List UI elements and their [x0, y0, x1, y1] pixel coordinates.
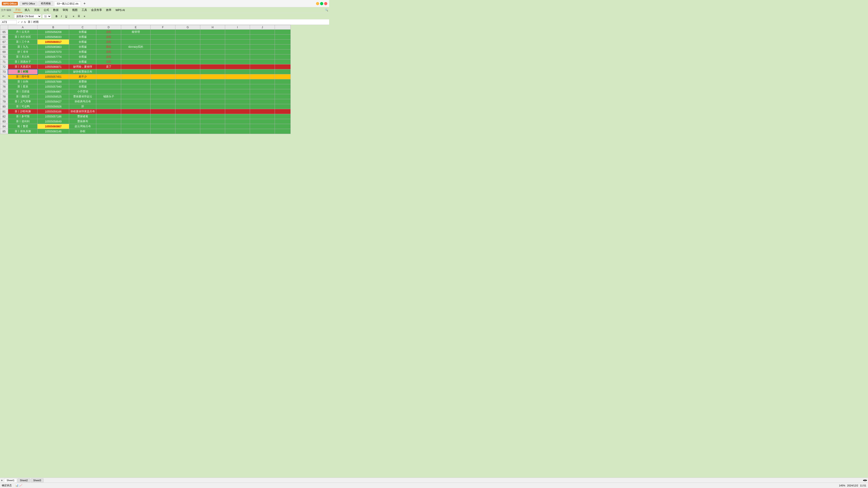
table-cell[interactable] — [250, 114, 275, 119]
table-cell[interactable]: 10555057186 — [37, 114, 69, 119]
undo-btn[interactable]: ↩ — [1, 14, 6, 18]
table-row[interactable]: 76茶丨星辰10555057940全图鉴 — [0, 84, 291, 89]
table-cell[interactable] — [96, 69, 121, 74]
table-cell[interactable]: 茶丨多可恨 — [8, 114, 37, 119]
table-cell[interactable] — [200, 35, 225, 39]
table-cell[interactable] — [96, 99, 121, 104]
table-cell[interactable] — [151, 94, 176, 99]
table-cell[interactable] — [250, 79, 275, 84]
table-cell[interactable]: 曹操诸葛 — [69, 114, 96, 119]
table-cell[interactable] — [121, 104, 151, 109]
cell-reference[interactable] — [1, 20, 17, 24]
table-cell[interactable]: 茶丨沙耶布旖 — [8, 109, 37, 114]
table-cell[interactable] — [200, 109, 225, 114]
table-cell[interactable] — [176, 119, 200, 124]
table-cell[interactable]: 10555059757 — [37, 69, 69, 74]
table-cell[interactable] — [225, 94, 250, 99]
table-cell[interactable] — [151, 114, 176, 119]
table-cell[interactable] — [151, 59, 176, 64]
formula-fx[interactable]: fx — [24, 21, 26, 24]
table-row[interactable]: 71茶丨清酒水子10555058121全图鉴点红 — [0, 59, 291, 64]
table-row[interactable]: 85茶丨摸鱼真菌10555060146孙权 — [0, 129, 291, 134]
table-row[interactable]: 69抄丨冷冷10555057070全图鉴点红 — [0, 50, 291, 55]
table-cell[interactable] — [176, 59, 200, 64]
table-cell[interactable] — [225, 39, 250, 44]
table-cell[interactable] — [200, 104, 225, 109]
table-cell[interactable]: 茶丨三个木 — [8, 39, 37, 44]
table-cell[interactable]: 10555066917 — [37, 39, 69, 44]
table-cell[interactable]: 10555058649 — [37, 119, 69, 124]
table-cell[interactable] — [250, 44, 275, 50]
table-cell[interactable]: 10555058033 — [37, 35, 69, 39]
table-cell[interactable] — [96, 129, 121, 134]
table-cell[interactable] — [225, 64, 250, 69]
table-row[interactable]: 77茶丨贝碧嘉10555064867小乔贾诩 — [0, 89, 291, 94]
table-cell[interactable]: 10555056926 — [37, 104, 69, 109]
table-cell[interactable] — [250, 59, 275, 64]
table-cell[interactable]: 10555060146 — [37, 129, 69, 134]
table-cell[interactable]: 差曹操 — [69, 79, 96, 84]
table-cell[interactable] — [176, 50, 200, 55]
table-cell[interactable]: 卖了 — [96, 64, 121, 69]
table-cell[interactable]: 10555057940 — [37, 84, 69, 89]
table-cell[interactable]: 点红 — [96, 59, 121, 64]
table-cell[interactable]: 全图鉴 — [69, 39, 96, 44]
table-cell[interactable] — [151, 104, 176, 109]
table-row[interactable]: 79茶丨义气用事10555058427孙权典韦吕布 — [0, 99, 291, 104]
table-cell[interactable]: dzcrazy买的 — [121, 44, 151, 50]
table-cell[interactable]: 肝 — [69, 104, 96, 109]
table-cell[interactable] — [121, 99, 151, 104]
table-cell[interactable]: 抄丨冷冷 — [8, 50, 37, 55]
table-row[interactable]: 84船丨繁星10555060867赵云周瑜吕布 — [0, 124, 291, 129]
table-cell[interactable] — [151, 35, 176, 39]
member-menu[interactable]: 会员专享 — [89, 8, 104, 12]
table-cell[interactable] — [121, 109, 151, 114]
table-cell[interactable] — [176, 114, 200, 119]
table-cell[interactable] — [121, 64, 151, 69]
col-header-a[interactable]: A — [8, 25, 37, 30]
table-cell[interactable] — [151, 129, 176, 134]
table-cell[interactable] — [250, 99, 275, 104]
table-cell[interactable] — [151, 50, 176, 55]
table-cell[interactable]: 点红 — [96, 55, 121, 59]
table-cell[interactable] — [96, 119, 121, 124]
view-menu[interactable]: 视图 — [70, 8, 79, 12]
table-cell[interactable] — [151, 99, 176, 104]
table-cell[interactable] — [200, 50, 225, 55]
table-cell[interactable]: 丹丨云无月 — [8, 30, 37, 35]
table-row[interactable]: 66茶丨吊打全区10555058033全图鉴点红 — [0, 35, 291, 39]
table-cell[interactable]: 10555058427 — [37, 99, 69, 104]
table-row[interactable]: 67茶丨三个木10555066917全图鉴点红 — [0, 39, 291, 44]
table-cell[interactable] — [200, 55, 225, 59]
formula-cancel[interactable]: ✗ — [21, 21, 23, 24]
table-cell[interactable]: 全图鉴 — [69, 59, 96, 64]
table-cell[interactable] — [200, 119, 225, 124]
table-cell[interactable] — [151, 119, 176, 124]
table-cell[interactable] — [225, 74, 250, 79]
table-cell[interactable]: 10555066871 — [37, 64, 69, 69]
table-row[interactable]: 81茶丨沙耶布旖10555059166孙权夏侯惇黄盖吕布 — [0, 109, 291, 114]
table-cell[interactable] — [250, 30, 275, 35]
table-cell[interactable]: 点红 — [96, 30, 121, 35]
table-cell[interactable]: 差不少 — [69, 74, 96, 79]
table-cell[interactable] — [121, 114, 151, 119]
table-cell[interactable]: 10555065863 — [37, 44, 69, 50]
tab-file[interactable]: S3一图入口登记.xls — [54, 1, 81, 6]
table-cell[interactable] — [121, 74, 151, 79]
search-btn[interactable]: 🔍 — [325, 8, 328, 11]
table-cell[interactable]: 茶丨摸鱼真菌 — [8, 129, 37, 134]
table-cell[interactable] — [225, 109, 250, 114]
table-cell[interactable]: 曹操夏侯惇赵云 — [69, 94, 96, 99]
col-header-g[interactable]: G — [176, 25, 200, 30]
table-cell[interactable] — [121, 55, 151, 59]
data-menu[interactable]: 数据 — [51, 8, 60, 12]
table-cell[interactable] — [225, 35, 250, 39]
table-cell[interactable]: 高红 — [96, 44, 121, 50]
table-cell[interactable] — [250, 39, 275, 44]
table-cell[interactable]: 点红 — [96, 35, 121, 39]
table-cell[interactable] — [121, 94, 151, 99]
italic-btn[interactable]: I — [60, 14, 63, 18]
table-cell[interactable]: 10555064867 — [37, 89, 69, 94]
table-cell[interactable] — [176, 84, 200, 89]
table-cell[interactable] — [225, 50, 250, 55]
